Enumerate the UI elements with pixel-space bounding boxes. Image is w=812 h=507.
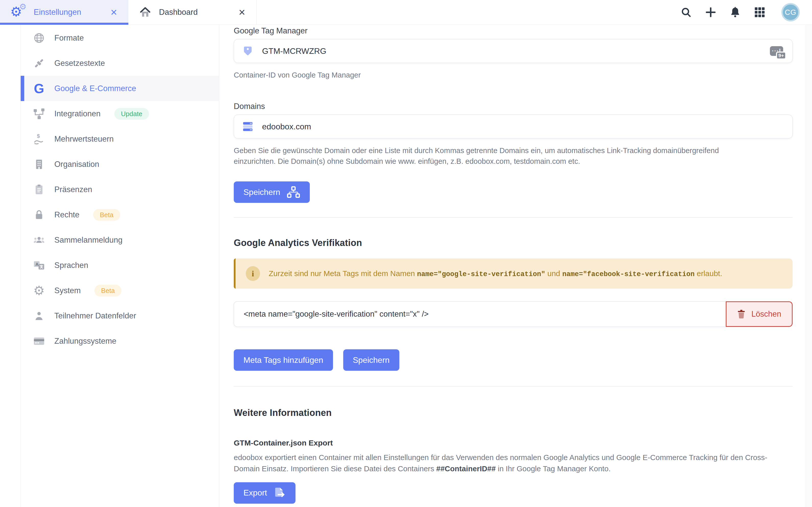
meta-tag-row: Löschen: [234, 301, 793, 327]
gtm-helper-text: Container-ID von Google Tag Manager: [234, 70, 759, 80]
hand-dollar-icon: $: [33, 132, 46, 146]
sidebar-item-rechte[interactable]: Rechte Beta: [21, 202, 219, 227]
clipboard-icon: [33, 183, 46, 196]
person-icon: [33, 309, 46, 323]
google-g-icon: G: [33, 82, 46, 95]
settings-content: Google Tag Manager ···| 9+ Container-ID …: [219, 25, 812, 507]
sitemap-icon: [287, 186, 300, 198]
top-bar: ⚙ ⚙ Einstellungen × Dashboard ×: [0, 0, 812, 25]
section-divider: [234, 386, 793, 387]
close-tab-icon[interactable]: ×: [110, 7, 118, 18]
gtm-container-id-input[interactable]: [262, 46, 762, 56]
domains-label: Domains: [234, 102, 793, 111]
apps-grid-icon[interactable]: [754, 6, 765, 18]
sidebar-item-label: Formate: [54, 34, 84, 43]
sidebar-item-label: System: [54, 286, 81, 295]
lock-icon: [33, 208, 46, 222]
gtm-export-subtitle: GTM-Container.json Export: [234, 439, 793, 447]
more-info-section-title: Weitere Informationen: [234, 407, 793, 418]
svg-text:A: A: [36, 262, 39, 267]
sidebar-item-organisation[interactable]: Organisation: [21, 152, 219, 177]
sidebar-item-sprachen[interactable]: A Sprachen: [21, 252, 219, 278]
sidebar-item-label: Integrationen: [54, 109, 101, 118]
sidebar-item-teilnehmer-datenfelder[interactable]: Teilnehmer Datenfelder: [21, 303, 219, 328]
tab-einstellungen[interactable]: ⚙ ⚙ Einstellungen ×: [0, 0, 128, 24]
tab-dashboard[interactable]: Dashboard ×: [128, 0, 257, 24]
sidebar-item-label: Mehrwertsteuern: [54, 134, 114, 144]
add-meta-tags-button[interactable]: Meta Tags hinzufügen: [234, 349, 333, 371]
gtm-label: Google Tag Manager: [234, 26, 793, 36]
sidebar-item-label: Zahlungssysteme: [54, 337, 116, 346]
sidebar-item-label: Rechte: [54, 210, 79, 219]
domains-input[interactable]: [262, 122, 785, 132]
file-export-icon: [274, 487, 286, 499]
server-stack-icon: [242, 121, 253, 132]
sidebar-item-label: Gesetzestexte: [54, 59, 105, 68]
sidebar-item-label: Sammelanmeldung: [54, 235, 122, 245]
settings-gears-icon: ⚙ ⚙: [10, 5, 26, 20]
add-icon[interactable]: [705, 6, 716, 18]
user-avatar[interactable]: CG: [781, 3, 800, 21]
gear-icon: ⚙: [33, 284, 46, 297]
info-icon: i: [246, 266, 260, 281]
beta-badge: Beta: [95, 285, 121, 296]
sidebar-item-label: Präsenzen: [54, 185, 92, 194]
sidebar-item-label: Teilnehmer Datenfelder: [54, 311, 136, 321]
search-icon[interactable]: [680, 6, 692, 18]
sidebar-item-gesetzestexte[interactable]: Gesetzestexte: [21, 51, 219, 76]
section-divider: [234, 217, 793, 218]
domains-helper-text: Geben Sie die gewünschte Domain oder ein…: [234, 145, 759, 167]
gtm-export-description: edoobox exportiert einen Container mit a…: [234, 452, 770, 474]
settings-sidebar: Formate Gesetzestexte G Google & E-Comme…: [20, 25, 219, 507]
trash-icon: [737, 309, 746, 319]
gavel-icon: [33, 57, 46, 70]
gtm-input-wrapper: ···| 9+: [234, 39, 793, 63]
credit-card-icon: [33, 335, 46, 348]
sidebar-item-label: Sprachen: [54, 261, 88, 270]
verification-notice: i Zurzeit sind nur Meta Tags mit dem Nam…: [234, 259, 793, 289]
verification-section-title: Google Analytics Verifikation: [234, 237, 793, 248]
translate-icon: A: [33, 259, 46, 272]
save-meta-tags-button[interactable]: Speichern: [343, 349, 399, 371]
sidebar-item-formate[interactable]: Formate: [21, 25, 219, 51]
domains-input-wrapper: [234, 115, 793, 138]
save-button[interactable]: Speichern: [234, 181, 310, 203]
tag-icon: [242, 45, 253, 57]
export-button[interactable]: Export: [234, 482, 295, 504]
sidebar-item-label: Organisation: [54, 160, 99, 169]
sidebar-item-system[interactable]: ⚙ System Beta: [21, 278, 219, 303]
scrollbar-track[interactable]: [806, 25, 812, 507]
sidebar-item-label: Google & E-Commerce: [54, 84, 136, 93]
open-tabs: ⚙ ⚙ Einstellungen × Dashboard ×: [0, 0, 257, 24]
svg-text:$: $: [37, 133, 40, 139]
sidebar-item-zahlungssysteme[interactable]: Zahlungssysteme: [21, 328, 219, 354]
building-icon: [33, 158, 46, 171]
globe-icon: [33, 32, 46, 45]
sidebar-item-integrationen[interactable]: Integrationen Update: [21, 101, 219, 126]
integrations-icon: [33, 107, 46, 120]
meta-tag-input[interactable]: [243, 309, 716, 319]
password-manager-extension-icon[interactable]: ···| 9+: [770, 46, 783, 56]
home-icon: [138, 6, 152, 19]
notifications-bell-icon[interactable]: [729, 6, 741, 18]
topbar-actions: CG: [680, 0, 812, 24]
verification-notice-text: Zurzeit sind nur Meta Tags mit dem Namen…: [269, 268, 722, 280]
sidebar-item-praesenzen[interactable]: Präsenzen: [21, 177, 219, 202]
update-badge: Update: [114, 108, 149, 120]
close-tab-icon[interactable]: ×: [238, 7, 246, 18]
users-group-icon: [33, 233, 46, 247]
sidebar-item-mehrwertsteuern[interactable]: $ Mehrwertsteuern: [21, 126, 219, 152]
beta-badge: Beta: [93, 209, 120, 221]
sidebar-item-sammelanmeldung[interactable]: Sammelanmeldung: [21, 227, 219, 252]
tab-label: Einstellungen: [34, 8, 81, 17]
meta-tag-input-wrapper: [234, 301, 726, 327]
sidebar-item-google-ecommerce[interactable]: G Google & E-Commerce: [21, 76, 219, 101]
delete-meta-tag-button[interactable]: Löschen: [726, 301, 793, 327]
tab-label: Dashboard: [159, 8, 198, 17]
